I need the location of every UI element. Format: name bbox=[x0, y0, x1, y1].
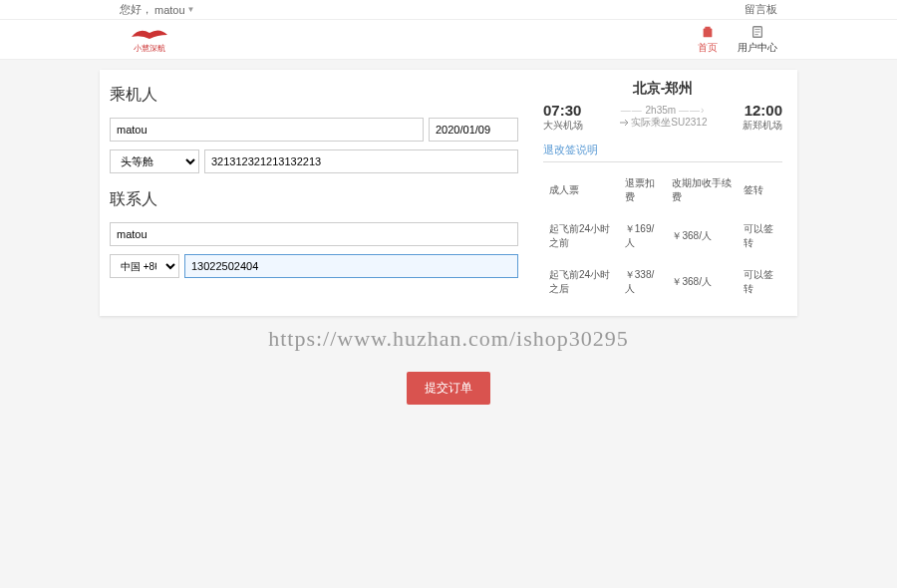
departure-block: 07:30 大兴机场 bbox=[543, 102, 583, 133]
logo-bird-icon bbox=[130, 25, 169, 43]
left-panel: 乘机人 头等舱 联系人 中国 +86 bbox=[100, 70, 528, 316]
arr-airport: 新郑机场 bbox=[743, 119, 782, 133]
class-select[interactable]: 头等舱 bbox=[110, 149, 199, 173]
table-row: 起飞前24小时之后 ￥338/人 ￥368/人 可以签转 bbox=[545, 260, 780, 304]
arr-time: 12:00 bbox=[743, 102, 782, 119]
watermark-text: https://www.huzhan.com/ishop30295 bbox=[100, 326, 797, 352]
table-header-row: 成人票 退票扣费 改期加收手续费 签转 bbox=[545, 168, 780, 212]
cell-cond: 起飞前24小时之后 bbox=[545, 260, 619, 304]
passenger-name-input[interactable] bbox=[110, 118, 424, 142]
id-input[interactable] bbox=[204, 149, 518, 173]
submit-button[interactable]: 提交订单 bbox=[407, 372, 490, 405]
nav-home[interactable]: 首页 bbox=[698, 25, 718, 55]
nav-right: 首页 用户中心 bbox=[698, 25, 777, 55]
chevron-down-icon[interactable]: ▼ bbox=[187, 5, 195, 14]
logo-text: 小慧深航 bbox=[134, 43, 165, 54]
policy-table: 成人票 退票扣费 改期加收手续费 签转 起飞前24小时之前 ￥169/人 ￥36… bbox=[543, 166, 782, 306]
header-transfer: 签转 bbox=[740, 168, 780, 212]
svg-rect-1 bbox=[705, 26, 710, 29]
duration-text: 2h35m bbox=[646, 105, 677, 116]
cell-transfer: 可以签转 bbox=[740, 260, 780, 304]
nav-user-center-label: 用户中心 bbox=[738, 41, 777, 55]
header-fare: 成人票 bbox=[545, 168, 619, 212]
header-refund: 退票扣费 bbox=[621, 168, 667, 212]
cell-refund: ￥169/人 bbox=[621, 214, 667, 258]
plane-icon bbox=[619, 118, 629, 128]
nav-home-label: 首页 bbox=[698, 41, 718, 55]
logo[interactable]: 小慧深航 bbox=[120, 25, 179, 55]
flight-times: 07:30 大兴机场 —— 2h35m ——› 实际乘坐SU2312 12:00… bbox=[543, 102, 782, 133]
duration-block: —— 2h35m ——› 实际乘坐SU2312 bbox=[583, 105, 743, 130]
dep-time: 07:30 bbox=[543, 102, 583, 119]
dash-left: —— bbox=[621, 105, 643, 116]
flight-route: 北京-郑州 bbox=[543, 80, 782, 98]
submit-wrapper: 提交订单 bbox=[100, 372, 797, 405]
table-row: 起飞前24小时之前 ￥169/人 ￥368/人 可以签转 bbox=[545, 214, 780, 258]
cell-refund: ￥338/人 bbox=[621, 260, 667, 304]
cell-cond: 起飞前24小时之前 bbox=[545, 214, 619, 258]
arrival-block: 12:00 新郑机场 bbox=[743, 102, 782, 133]
main-box: 乘机人 头等舱 联系人 中国 +86 bbox=[100, 70, 797, 316]
nav-user-center[interactable]: 用户中心 bbox=[738, 25, 777, 55]
policy-link[interactable]: 退改签说明 bbox=[543, 143, 782, 162]
username[interactable]: matou bbox=[154, 4, 185, 16]
topbar: 您好， matou ▼ 留言板 bbox=[0, 0, 897, 20]
content: 乘机人 头等舱 联系人 中国 +86 bbox=[0, 60, 897, 415]
carrier-text: 实际乘坐SU2312 bbox=[631, 117, 707, 128]
contact-name-input[interactable] bbox=[110, 222, 518, 246]
header-change: 改期加收手续费 bbox=[668, 168, 737, 212]
country-select[interactable]: 中国 +86 bbox=[110, 254, 179, 278]
home-icon bbox=[701, 25, 715, 39]
dash-right: ——› bbox=[679, 105, 705, 116]
header: 小慧深航 首页 用户中心 bbox=[0, 20, 897, 60]
passenger-date-input[interactable] bbox=[429, 118, 518, 142]
cell-change: ￥368/人 bbox=[668, 214, 737, 258]
svg-rect-0 bbox=[704, 28, 713, 37]
user-center-icon bbox=[750, 25, 764, 39]
cell-change: ￥368/人 bbox=[668, 260, 737, 304]
passenger-heading: 乘机人 bbox=[110, 85, 518, 106]
dep-airport: 大兴机场 bbox=[543, 119, 583, 133]
contact-heading: 联系人 bbox=[110, 189, 518, 210]
phone-input[interactable] bbox=[184, 254, 518, 278]
topbar-greeting: 您好， matou ▼ bbox=[120, 2, 195, 17]
message-link[interactable]: 留言板 bbox=[745, 2, 777, 17]
right-panel: 北京-郑州 07:30 大兴机场 —— 2h35m ——› 实际乘坐SU2312… bbox=[528, 70, 797, 316]
greeting-label: 您好， bbox=[120, 2, 152, 17]
cell-transfer: 可以签转 bbox=[740, 214, 780, 258]
